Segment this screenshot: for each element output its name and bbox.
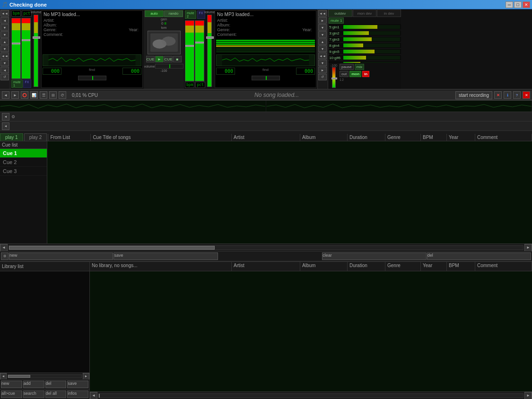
- deck-cue-button[interactable]: CUE: [146, 56, 155, 62]
- playlist-clear-button[interactable]: clear: [322, 252, 426, 260]
- play2-tab[interactable]: play 2: [24, 133, 47, 141]
- cue-item-3[interactable]: Cue 3: [0, 167, 47, 176]
- library-new-button[interactable]: new: [1, 381, 22, 388]
- deck1-btn8[interactable]: ▼: [0, 60, 9, 66]
- waveforms-display: [0, 100, 532, 112]
- auto-button[interactable]: auto: [145, 10, 164, 17]
- library-add-button[interactable]: add: [23, 381, 44, 388]
- title-bar-controls: ─ □ ✕: [506, 1, 530, 8]
- lib-main-scroll-left[interactable]: ◄: [90, 392, 97, 399]
- deck1-btn3[interactable]: ▼: [0, 24, 9, 31]
- mondev-tab[interactable]: mon dev: [353, 9, 377, 17]
- deck1-btn4[interactable]: ▼: [0, 31, 9, 38]
- col-bpm: BPM: [421, 134, 447, 141]
- out-label-4: 8:gln4: [329, 43, 343, 48]
- in-label[interactable]: in: [362, 71, 369, 77]
- mon-label[interactable]: mon: [349, 71, 361, 77]
- lib-col-comment: Comment: [475, 262, 532, 271]
- indev-tab[interactable]: in dev: [377, 9, 401, 17]
- playlist-save-button[interactable]: save: [113, 252, 218, 260]
- toolbar-q-icon[interactable]: ?: [513, 91, 521, 99]
- deck2-btn10[interactable]: ↺: [318, 74, 327, 80]
- deck1-btn10[interactable]: ↺: [0, 74, 9, 80]
- toolbar3-icon1[interactable]: ◄: [2, 122, 9, 130]
- toolbar-x-icon[interactable]: ✕: [494, 91, 502, 99]
- deck1-btn7[interactable]: ◄◄: [0, 52, 9, 59]
- deck1-fx-button[interactable]: FX: [23, 79, 31, 88]
- toolbar-close-icon[interactable]: ✕: [523, 91, 530, 99]
- deck1-pos: 000: [43, 68, 61, 75]
- playlist-new-button[interactable]: new: [9, 252, 113, 260]
- lib-scroll-right[interactable]: ►: [83, 373, 89, 380]
- scroll-right[interactable]: ►: [524, 244, 532, 252]
- deck2-btn2[interactable]: ►: [318, 17, 327, 24]
- deck1-btn5[interactable]: ▲: [0, 38, 9, 45]
- library-del-button[interactable]: del: [45, 381, 67, 388]
- library-infos-button[interactable]: infos: [67, 390, 88, 398]
- deck2-mute-button[interactable]: mute 2: [185, 10, 196, 19]
- deck2-btn7[interactable]: ◄◄: [318, 52, 327, 59]
- deck2-btn4[interactable]: ▼: [318, 31, 327, 38]
- scroll-left[interactable]: ◄: [0, 244, 8, 252]
- deck1-btn6[interactable]: ▼: [0, 45, 9, 52]
- rando-button[interactable]: rando: [164, 10, 183, 17]
- output-row-1: 5:gln1: [328, 24, 401, 30]
- toolbar-icon3[interactable]: ⭕: [21, 91, 28, 99]
- deck2-btn6[interactable]: ▼: [318, 45, 327, 52]
- deck1-mute-button[interactable]: mute 1: [11, 79, 23, 88]
- deck2-btn1[interactable]: ◄◄: [318, 10, 327, 17]
- out-bar-1: [343, 25, 400, 29]
- outdev-mute-label[interactable]: mute 1: [329, 17, 344, 24]
- toolbar-help-icon[interactable]: ℹ: [504, 91, 511, 99]
- toolbar-icon7[interactable]: ⏱: [59, 91, 66, 99]
- deck1-btn2[interactable]: ◄: [0, 17, 9, 24]
- play1-tab[interactable]: play 1: [0, 133, 23, 141]
- deck2-artist-label: Artist:: [217, 18, 228, 23]
- cue-item-1[interactable]: Cue 1: [0, 149, 47, 158]
- deck2-btn3[interactable]: ▼: [318, 24, 327, 31]
- toolbar-icon5[interactable]: ☰: [40, 91, 47, 99]
- lib-scroll-thumb[interactable]: [8, 375, 30, 378]
- lib-main-scroll-right[interactable]: ►: [524, 392, 532, 399]
- deck-stop-button[interactable]: ■: [173, 56, 182, 62]
- library-search-button[interactable]: search: [23, 390, 44, 398]
- lib-scroll-left[interactable]: ◄: [0, 373, 7, 380]
- deck2-btn9[interactable]: ►: [318, 67, 327, 73]
- toolbar-icon4[interactable]: 📊: [30, 91, 38, 99]
- minimize-button[interactable]: ─: [506, 1, 513, 8]
- cue-item-2[interactable]: Cue 2: [0, 158, 47, 167]
- lib-main-scroll-track[interactable]: [98, 393, 523, 398]
- close-button[interactable]: ✕: [523, 1, 530, 8]
- library-allcue-button[interactable]: all>cue: [1, 390, 22, 398]
- deck2-btn5[interactable]: ▲: [318, 38, 327, 45]
- toolbar-icon2[interactable]: ►: [11, 91, 19, 99]
- lib-scroll-track[interactable]: [8, 374, 82, 378]
- deck1-title: No MP3 loaded...: [42, 11, 142, 18]
- scroll-thumb[interactable]: [9, 246, 215, 250]
- deck-play-button[interactable]: ►: [155, 56, 164, 62]
- deck-cue2-button[interactable]: CUE: [164, 56, 173, 62]
- library-save-button[interactable]: save: [67, 381, 88, 388]
- toolbar-icon6[interactable]: ⊟: [49, 91, 57, 99]
- library-scrollbar[interactable]: ◄ ►: [0, 373, 89, 379]
- library-content: [0, 271, 89, 373]
- deck1-btn9[interactable]: ◄: [0, 67, 9, 73]
- mix-button[interactable]: mix: [355, 64, 364, 70]
- library-delall-button[interactable]: del all: [45, 390, 67, 398]
- maximize-button[interactable]: □: [514, 1, 522, 8]
- output-channels: 5:gln1 3:gln2 7:gln3 8:gln4: [328, 24, 401, 63]
- out-label-ctrl: out: [340, 71, 349, 77]
- toolbar2-icon1[interactable]: ◄: [2, 113, 9, 121]
- col-comment: Comment: [475, 134, 532, 141]
- record-button[interactable]: start recording: [455, 91, 492, 99]
- deck2-btn8[interactable]: ▼: [318, 60, 327, 66]
- playlist-del-button[interactable]: del: [427, 252, 531, 260]
- library-bottom-scrollbar[interactable]: ◄ ►: [90, 391, 532, 399]
- toolbar-icon1[interactable]: ◄: [2, 91, 9, 99]
- outdev-tab[interactable]: outdev: [328, 9, 352, 17]
- scroll-track[interactable]: [9, 245, 523, 250]
- playlist-scrollbar[interactable]: ◄ ►: [0, 243, 532, 251]
- lib-main-scroll-thumb[interactable]: [99, 394, 100, 398]
- pause-button[interactable]: pause: [340, 64, 354, 70]
- deck1-btn1[interactable]: ◄◄: [0, 10, 9, 17]
